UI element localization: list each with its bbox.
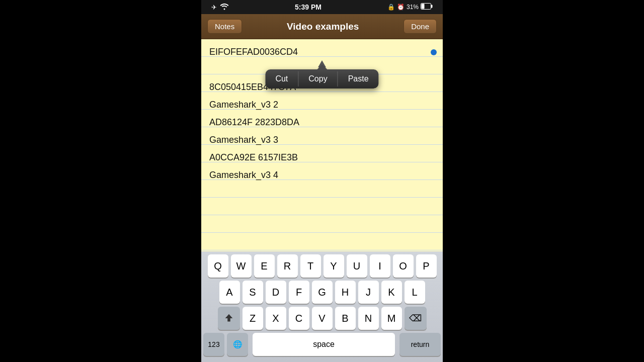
- note-line-5: AD86124F 2823D8DA: [209, 114, 435, 131]
- num-key[interactable]: 123: [203, 333, 224, 356]
- key-r[interactable]: R: [277, 254, 298, 278]
- done-button[interactable]: Done: [404, 19, 437, 34]
- key-m[interactable]: M: [381, 307, 402, 330]
- key-w[interactable]: W: [231, 254, 252, 278]
- note-line-1: EIFOFEFAD0036CD4: [209, 43, 435, 61]
- key-n[interactable]: N: [358, 307, 379, 330]
- key-a[interactable]: A: [219, 281, 240, 304]
- svg-rect-2: [421, 4, 424, 9]
- paste-button[interactable]: Paste: [338, 69, 379, 88]
- key-s[interactable]: S: [243, 281, 263, 304]
- key-h[interactable]: H: [335, 281, 356, 304]
- note-line-8: Gameshark_v3 4: [209, 166, 435, 184]
- delete-key[interactable]: ⌫: [405, 307, 427, 330]
- key-j[interactable]: J: [358, 281, 379, 304]
- key-y[interactable]: Y: [324, 254, 344, 278]
- key-q[interactable]: Q: [208, 254, 228, 278]
- battery-percent: 31%: [407, 4, 419, 11]
- context-menu: Cut Copy Paste: [265, 69, 378, 88]
- lock-icon: 🔒: [387, 4, 395, 11]
- key-t[interactable]: T: [300, 254, 321, 278]
- key-k[interactable]: K: [381, 281, 402, 304]
- note-line-6: Gameshark_v3 3: [209, 131, 435, 149]
- notes-content[interactable]: EIFOFEFAD0036CD4 Cut Copy Paste 8C050415…: [201, 39, 443, 251]
- nav-bar: Notes Video examples Done: [201, 14, 443, 39]
- notes-back-button[interactable]: Notes: [207, 19, 242, 34]
- status-bar: ✈ 5:39 PM 🔒 ⏰ 31%: [201, 0, 443, 14]
- key-l[interactable]: L: [405, 281, 425, 304]
- key-b[interactable]: B: [335, 307, 356, 330]
- wifi-icon: [220, 3, 229, 12]
- keyboard-row-2: A S D F G H J K L: [203, 281, 441, 304]
- notes-text-area[interactable]: EIFOFEFAD0036CD4 Cut Copy Paste 8C050415…: [201, 39, 443, 251]
- key-u[interactable]: U: [347, 254, 367, 278]
- globe-key[interactable]: 🌐: [227, 333, 248, 356]
- key-i[interactable]: I: [370, 254, 390, 278]
- key-e[interactable]: E: [254, 254, 275, 278]
- svg-rect-1: [431, 5, 432, 8]
- key-z[interactable]: Z: [243, 307, 263, 330]
- phone-container: ✈ 5:39 PM 🔒 ⏰ 31%: [201, 0, 443, 362]
- status-time: 5:39 PM: [295, 3, 321, 11]
- keyboard-row-4: 123 🌐 space return: [203, 333, 441, 356]
- note-line-4: Gameshark_v3 2: [209, 96, 435, 114]
- airplane-icon: ✈: [211, 4, 217, 11]
- status-right: 🔒 ⏰ 31%: [387, 3, 433, 11]
- key-p[interactable]: P: [416, 254, 437, 278]
- key-v[interactable]: V: [312, 307, 333, 330]
- cut-button[interactable]: Cut: [265, 69, 298, 88]
- key-f[interactable]: F: [289, 281, 309, 304]
- keyboard: Q W E R T Y U I O P A S D F G H J K L: [201, 251, 443, 362]
- key-g[interactable]: G: [312, 281, 333, 304]
- keyboard-row-1: Q W E R T Y U I O P: [203, 254, 441, 278]
- key-c[interactable]: C: [289, 307, 309, 330]
- keyboard-row-3: Z X C V B N M ⌫: [203, 307, 441, 330]
- battery-icon: [421, 3, 433, 11]
- return-key[interactable]: return: [399, 333, 441, 356]
- status-left: ✈: [211, 3, 229, 12]
- space-key[interactable]: space: [253, 333, 395, 356]
- cursor-dot: [431, 49, 437, 55]
- key-x[interactable]: X: [266, 307, 286, 330]
- note-line-7: A0CCA92E 6157IE3B: [209, 149, 435, 166]
- key-d[interactable]: D: [266, 281, 286, 304]
- key-o[interactable]: O: [393, 254, 414, 278]
- nav-title: Video examples: [287, 21, 359, 32]
- copy-button[interactable]: Copy: [298, 69, 337, 88]
- shift-key[interactable]: [218, 307, 240, 330]
- alarm-icon: ⏰: [397, 4, 405, 11]
